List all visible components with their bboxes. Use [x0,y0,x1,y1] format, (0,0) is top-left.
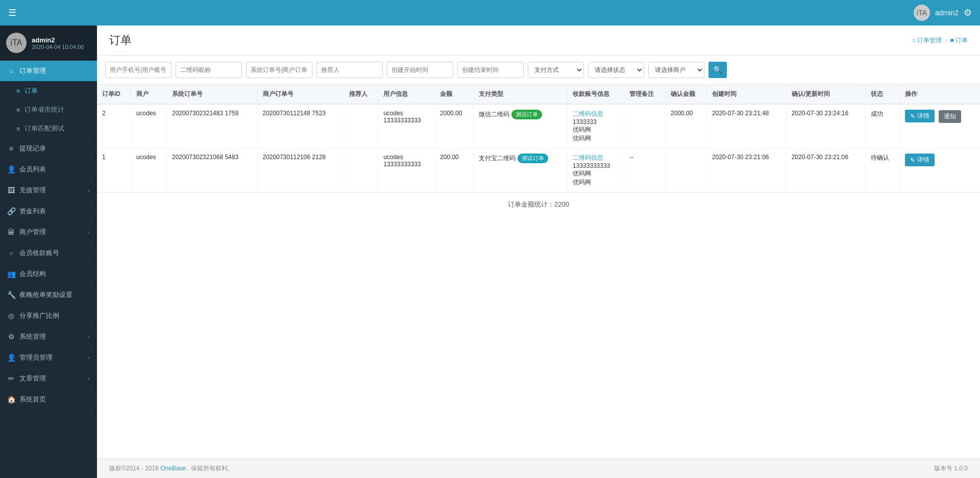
chevron-icon: › [88,355,90,361]
cell-update-time: 2020-07-30 23:21:06 [786,148,866,192]
footer: 版权©2014 - 2016 OneBase . 保留所有权利。 版本号 1.0… [97,459,980,478]
notify-button[interactable]: 通知 [939,110,961,123]
footer-link[interactable]: OneBase [160,465,186,472]
sidebar-item-withdraw[interactable]: ≡ 提现记录 [0,138,97,159]
sidebar-item-member-list[interactable]: 👤 会员列表 [0,159,97,180]
topbar: ☰ iTA admin2 ⚙ [0,0,980,26]
cell-merchant: ucodes [131,148,166,192]
sidebar-item-order-stats[interactable]: ≡ 订单省市统计 [0,100,97,119]
table-row: 1 ucodes 202007302321068 5483 2020073011… [97,148,980,192]
col-amount: 金额 [435,85,474,104]
breadcrumb-separator: › [945,37,947,44]
cell-user-info: ucodes13333333333 [378,148,435,192]
order-no-input[interactable] [246,62,312,78]
breadcrumb-link-orders[interactable]: ■ 订单 [950,36,968,45]
detail-icon: ✎ [910,113,915,120]
col-referrer: 推荐人 [344,85,378,104]
sidebar-item-share-ratio[interactable]: ◎ 分享推广比例 [0,306,97,326]
detail-button[interactable]: ✎ 详情 [905,110,935,122]
page-header: 订单 ○ 订单管理 › ■ 订单 [97,26,980,56]
sidebar-user-info: admin2 2020-04-04 10:04:00 [32,36,84,50]
sidebar-item-article-mgmt[interactable]: ✏ 文章管理 › [0,368,97,389]
sidebar-item-order-mgmt[interactable]: ○ 订单管理 ▾ [0,61,97,82]
cell-admin-note [624,104,666,148]
sidebar-sub-label: 订单省市统计 [24,105,64,114]
cell-merchant: ucodes [131,104,166,148]
sidebar-item-label: 提现记录 [19,144,90,153]
col-status: 状态 [866,85,900,104]
cell-create-time: 2020-07-30 23:21:48 [707,104,787,148]
account-link[interactable]: 二维码信息 [573,110,603,117]
sidebar-item-merchant[interactable]: 🏛 商户管理 › [0,222,97,243]
col-merchant-order: 商户订单号 [257,85,344,104]
stats-icon: ≡ [16,106,20,114]
sidebar-item-label: 文章管理 [19,374,84,383]
topbar-right: iTA admin2 ⚙ [914,5,972,21]
status-select[interactable]: 请选择状态 成功 待确认 失败 [588,62,644,78]
table-summary: 订单金额统计：2200 [97,192,980,216]
sidebar-item-label: 会员结构 [19,269,90,279]
merchant-icon: 🏛 [7,228,15,236]
cell-amount: 2000.00 [435,104,474,148]
merchant-select[interactable]: 请选择商户 ucodes [648,62,704,78]
system-icon: ⚙ [7,333,15,341]
member-icon: 👤 [7,165,15,173]
sidebar-item-system-mgmt[interactable]: ⚙ 系统管理 › [0,326,97,347]
referrer-input[interactable] [316,62,383,78]
sidebar-item-fund[interactable]: 🔗 资金列表 [0,201,97,222]
cell-order-id: 2 [97,104,131,148]
sidebar-item-member-structure[interactable]: 👥 会员结构 [0,264,97,285]
match-icon: ≡ [16,125,20,133]
orders-icon: ≡ [16,87,20,95]
cell-create-time: 2020-07-30 23:21:06 [707,148,787,192]
col-merchant: 商户 [131,85,166,104]
footer-version: 版本号 1.0.0 [934,464,968,473]
home-icon: 🏠 [7,395,15,404]
sidebar-user: iTA admin2 2020-04-04 10:04:00 [0,26,97,61]
breadcrumb-link-order-mgmt[interactable]: ○ 订单管理 [912,36,942,45]
sidebar-avatar: iTA [6,33,27,53]
cell-amount: 200.00 [435,148,474,192]
detail-button[interactable]: ✎ 详情 [905,154,935,166]
reward-icon: 🔧 [7,291,15,299]
topbar-left: ☰ [8,7,16,18]
settings-icon[interactable]: ⚙ [964,7,972,18]
cell-merchant-order: 20200730112148 7523 [257,104,344,148]
col-confirm-amount: 确认金额 [666,85,707,104]
article-icon: ✏ [7,374,15,383]
sidebar-item-orders[interactable]: ≡ 订单 [0,82,97,100]
cell-referrer [344,104,378,148]
end-time-input[interactable] [457,62,524,78]
phone-input[interactable] [105,62,172,78]
sidebar-user-date: 2020-04-04 10:04:00 [32,44,84,50]
chevron-icon: › [88,375,90,382]
account-icon: ○ [7,249,15,257]
sidebar-item-label: 订单管理 [19,66,83,76]
account-link[interactable]: 二维码信息 [573,154,603,161]
page-title: 订单 [109,33,132,48]
sidebar-item-order-match[interactable]: ≡ 订单匹配测试 [0,119,97,138]
cell-account-info: 二维码信息 1333333 优码网 优码网 [568,104,624,148]
chevron-icon: › [88,229,90,235]
pay-method-select[interactable]: 支付方式 微信 支付宝 [528,62,584,78]
sidebar-item-system-home[interactable]: 🏠 系统首页 [0,389,97,410]
hamburger-icon[interactable]: ☰ [8,7,16,18]
sidebar-item-member-account[interactable]: ○ 会员收款账号 [0,243,97,264]
breadcrumb: ○ 订单管理 › ■ 订单 [912,36,968,45]
topbar-username: admin2 [935,9,959,17]
start-time-input[interactable] [387,62,453,78]
cell-action: ✎ 详情 [900,148,980,192]
sidebar-item-night-reward[interactable]: 🔧 夜晚抢单奖励设置 [0,285,97,306]
sidebar-item-label: 商户管理 [19,228,84,237]
sidebar-item-admin-mgmt[interactable]: 👤 管理员管理 › [0,347,97,368]
qrcode-input[interactable] [176,62,242,78]
sidebar-item-recharge[interactable]: 🖼 充值管理 › [0,180,97,201]
admin-icon: 👤 [7,354,15,362]
search-button[interactable]: 🔍 [708,62,727,78]
cell-account-info: 二维码信息 13333333333 优码网 优码网 [568,148,624,192]
sidebar-item-label: 系统管理 [19,332,84,341]
col-action: 操作 [900,85,980,104]
cell-pay-type: 微信二维码测试订单 [473,104,567,148]
structure-icon: 👥 [7,270,15,278]
sidebar-item-label: 充值管理 [19,186,84,195]
